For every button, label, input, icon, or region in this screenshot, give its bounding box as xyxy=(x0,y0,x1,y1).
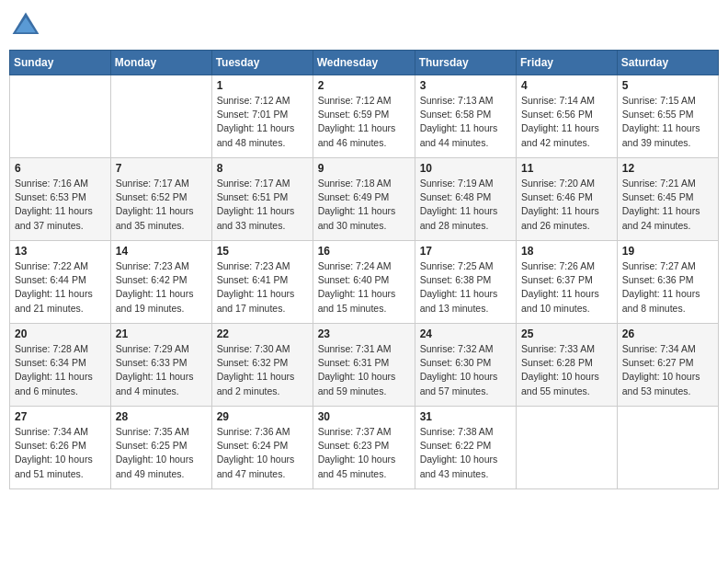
calendar-cell: 28Sunrise: 7:35 AMSunset: 6:25 PMDayligh… xyxy=(110,407,211,489)
day-info: Sunrise: 7:33 AMSunset: 6:28 PMDaylight:… xyxy=(521,342,612,398)
day-number: 17 xyxy=(420,245,511,258)
day-info: Sunrise: 7:37 AMSunset: 6:23 PMDaylight:… xyxy=(318,425,410,481)
day-info: Sunrise: 7:17 AMSunset: 6:52 PMDaylight:… xyxy=(116,177,207,233)
day-number: 26 xyxy=(622,327,713,340)
calendar-cell xyxy=(617,407,718,489)
day-info: Sunrise: 7:22 AMSunset: 6:44 PMDaylight:… xyxy=(15,259,106,316)
day-info: Sunrise: 7:15 AMSunset: 6:55 PMDaylight:… xyxy=(622,94,713,150)
calendar-cell: 14Sunrise: 7:23 AMSunset: 6:42 PMDayligh… xyxy=(110,241,211,324)
calendar-cell: 25Sunrise: 7:33 AMSunset: 6:28 PMDayligh… xyxy=(517,324,618,407)
calendar-cell: 23Sunrise: 7:31 AMSunset: 6:31 PMDayligh… xyxy=(313,324,415,407)
calendar-cell: 31Sunrise: 7:38 AMSunset: 6:22 PMDayligh… xyxy=(415,407,516,489)
calendar-cell: 21Sunrise: 7:29 AMSunset: 6:33 PMDayligh… xyxy=(110,324,211,407)
day-info: Sunrise: 7:26 AMSunset: 6:37 PMDaylight:… xyxy=(521,259,612,316)
calendar-cell: 9Sunrise: 7:18 AMSunset: 6:49 PMDaylight… xyxy=(313,158,415,241)
day-info: Sunrise: 7:18 AMSunset: 6:49 PMDaylight:… xyxy=(318,177,410,233)
calendar-cell: 27Sunrise: 7:34 AMSunset: 6:26 PMDayligh… xyxy=(10,407,111,489)
header-sunday: Sunday xyxy=(10,51,111,75)
day-number: 31 xyxy=(420,410,511,423)
day-number: 19 xyxy=(622,245,713,258)
header-wednesday: Wednesday xyxy=(313,51,415,75)
day-number: 2 xyxy=(318,79,410,92)
day-number: 28 xyxy=(116,410,207,423)
day-info: Sunrise: 7:27 AMSunset: 6:36 PMDaylight:… xyxy=(622,259,713,316)
day-info: Sunrise: 7:19 AMSunset: 6:48 PMDaylight:… xyxy=(420,177,511,233)
day-number: 23 xyxy=(318,327,410,340)
calendar-cell: 24Sunrise: 7:32 AMSunset: 6:30 PMDayligh… xyxy=(415,324,516,407)
day-number: 27 xyxy=(15,410,106,423)
day-number: 16 xyxy=(318,245,410,258)
calendar-cell: 12Sunrise: 7:21 AMSunset: 6:45 PMDayligh… xyxy=(617,158,718,241)
day-info: Sunrise: 7:36 AMSunset: 6:24 PMDaylight:… xyxy=(217,425,308,481)
calendar-header-row: SundayMondayTuesdayWednesdayThursdayFrid… xyxy=(10,51,719,75)
calendar-cell xyxy=(517,407,618,489)
day-number: 10 xyxy=(420,162,511,175)
calendar-cell: 2Sunrise: 7:12 AMSunset: 6:59 PMDaylight… xyxy=(313,75,415,158)
day-info: Sunrise: 7:23 AMSunset: 6:42 PMDaylight:… xyxy=(116,259,207,316)
logo xyxy=(9,9,46,42)
calendar-cell: 1Sunrise: 7:12 AMSunset: 7:01 PMDaylight… xyxy=(211,75,313,158)
day-number: 14 xyxy=(116,245,207,258)
calendar-cell: 17Sunrise: 7:25 AMSunset: 6:38 PMDayligh… xyxy=(415,241,516,324)
header-monday: Monday xyxy=(110,51,211,75)
calendar-cell: 8Sunrise: 7:17 AMSunset: 6:51 PMDaylight… xyxy=(211,158,313,241)
calendar-week-1: 1Sunrise: 7:12 AMSunset: 7:01 PMDaylight… xyxy=(10,75,719,158)
day-info: Sunrise: 7:35 AMSunset: 6:25 PMDaylight:… xyxy=(116,425,207,481)
day-number: 29 xyxy=(217,410,308,423)
calendar-cell: 4Sunrise: 7:14 AMSunset: 6:56 PMDaylight… xyxy=(517,75,618,158)
calendar-cell: 10Sunrise: 7:19 AMSunset: 6:48 PMDayligh… xyxy=(415,158,516,241)
day-number: 8 xyxy=(217,162,308,175)
day-number: 7 xyxy=(116,162,207,175)
day-info: Sunrise: 7:34 AMSunset: 6:27 PMDaylight:… xyxy=(622,342,713,398)
header-friday: Friday xyxy=(517,51,618,75)
day-info: Sunrise: 7:24 AMSunset: 6:40 PMDaylight:… xyxy=(318,259,410,316)
day-info: Sunrise: 7:31 AMSunset: 6:31 PMDaylight:… xyxy=(318,342,410,398)
day-info: Sunrise: 7:30 AMSunset: 6:32 PMDaylight:… xyxy=(217,342,308,398)
logo-icon xyxy=(9,9,42,42)
page-header xyxy=(9,9,719,42)
calendar-cell: 13Sunrise: 7:22 AMSunset: 6:44 PMDayligh… xyxy=(10,241,111,324)
calendar-table: SundayMondayTuesdayWednesdayThursdayFrid… xyxy=(9,50,719,489)
day-number: 3 xyxy=(420,79,511,92)
day-info: Sunrise: 7:12 AMSunset: 6:59 PMDaylight:… xyxy=(318,94,410,150)
day-number: 9 xyxy=(318,162,410,175)
day-number: 21 xyxy=(116,327,207,340)
day-number: 12 xyxy=(622,162,713,175)
calendar-cell: 18Sunrise: 7:26 AMSunset: 6:37 PMDayligh… xyxy=(517,241,618,324)
day-info: Sunrise: 7:32 AMSunset: 6:30 PMDaylight:… xyxy=(420,342,511,398)
day-info: Sunrise: 7:17 AMSunset: 6:51 PMDaylight:… xyxy=(217,177,308,233)
calendar-cell: 16Sunrise: 7:24 AMSunset: 6:40 PMDayligh… xyxy=(313,241,415,324)
calendar-cell xyxy=(10,75,111,158)
day-number: 6 xyxy=(15,162,106,175)
calendar-cell: 3Sunrise: 7:13 AMSunset: 6:58 PMDaylight… xyxy=(415,75,516,158)
day-info: Sunrise: 7:16 AMSunset: 6:53 PMDaylight:… xyxy=(15,177,106,233)
calendar-cell: 6Sunrise: 7:16 AMSunset: 6:53 PMDaylight… xyxy=(10,158,111,241)
day-info: Sunrise: 7:34 AMSunset: 6:26 PMDaylight:… xyxy=(15,425,106,481)
header-saturday: Saturday xyxy=(617,51,718,75)
calendar-cell: 20Sunrise: 7:28 AMSunset: 6:34 PMDayligh… xyxy=(10,324,111,407)
day-number: 5 xyxy=(622,79,713,92)
day-number: 15 xyxy=(217,245,308,258)
calendar-cell: 15Sunrise: 7:23 AMSunset: 6:41 PMDayligh… xyxy=(211,241,313,324)
day-number: 25 xyxy=(521,327,612,340)
calendar-cell: 30Sunrise: 7:37 AMSunset: 6:23 PMDayligh… xyxy=(313,407,415,489)
calendar-week-4: 20Sunrise: 7:28 AMSunset: 6:34 PMDayligh… xyxy=(10,324,719,407)
day-number: 30 xyxy=(318,410,410,423)
day-info: Sunrise: 7:13 AMSunset: 6:58 PMDaylight:… xyxy=(420,94,511,150)
day-info: Sunrise: 7:14 AMSunset: 6:56 PMDaylight:… xyxy=(521,94,612,150)
day-number: 22 xyxy=(217,327,308,340)
calendar-cell: 26Sunrise: 7:34 AMSunset: 6:27 PMDayligh… xyxy=(617,324,718,407)
header-thursday: Thursday xyxy=(415,51,516,75)
calendar-cell: 19Sunrise: 7:27 AMSunset: 6:36 PMDayligh… xyxy=(617,241,718,324)
day-info: Sunrise: 7:25 AMSunset: 6:38 PMDaylight:… xyxy=(420,259,511,316)
day-number: 1 xyxy=(217,79,308,92)
day-number: 24 xyxy=(420,327,511,340)
day-number: 13 xyxy=(15,245,106,258)
calendar-cell: 22Sunrise: 7:30 AMSunset: 6:32 PMDayligh… xyxy=(211,324,313,407)
calendar-week-3: 13Sunrise: 7:22 AMSunset: 6:44 PMDayligh… xyxy=(10,241,719,324)
calendar-cell: 7Sunrise: 7:17 AMSunset: 6:52 PMDaylight… xyxy=(110,158,211,241)
day-number: 18 xyxy=(521,245,612,258)
calendar-cell: 11Sunrise: 7:20 AMSunset: 6:46 PMDayligh… xyxy=(517,158,618,241)
calendar-week-2: 6Sunrise: 7:16 AMSunset: 6:53 PMDaylight… xyxy=(10,158,719,241)
day-number: 4 xyxy=(521,79,612,92)
